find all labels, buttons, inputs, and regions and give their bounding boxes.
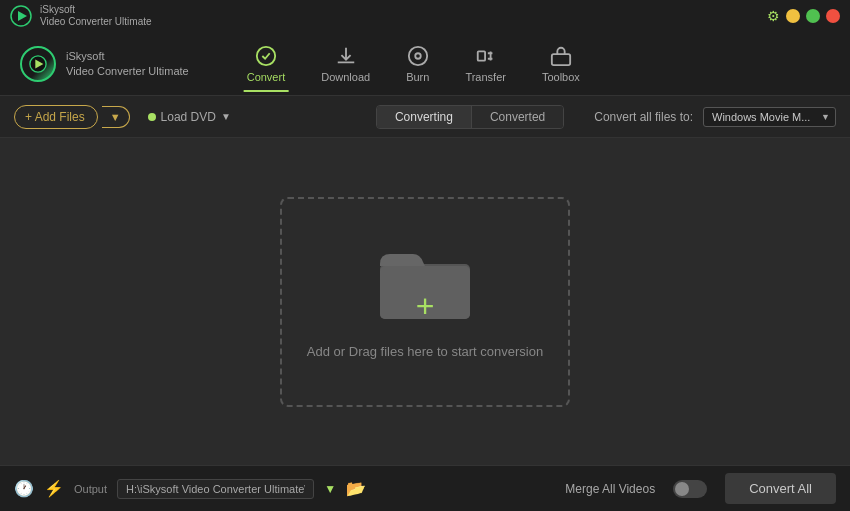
maximize-button[interactable]: □	[806, 9, 820, 23]
nav-burn[interactable]: Burn	[388, 37, 447, 91]
drop-zone[interactable]: + Add or Drag files here to start conver…	[280, 197, 570, 407]
svg-point-4	[257, 46, 275, 64]
app-name: iSkysoft Video Converter Ultimate	[40, 4, 152, 28]
titlebar-controls: ⚙ − □ ✕	[767, 8, 840, 24]
add-files-button[interactable]: + Add Files	[14, 105, 98, 129]
nav-transfer[interactable]: Transfer	[447, 37, 524, 91]
transfer-nav-icon	[475, 45, 497, 67]
burn-nav-icon	[407, 45, 429, 67]
nav-burn-label: Burn	[406, 71, 429, 83]
nav-transfer-label: Transfer	[465, 71, 506, 83]
load-dvd-dot-icon	[148, 113, 156, 121]
folder-icon-wrapper: +	[375, 244, 475, 328]
convert-all-files-label: Convert all files to:	[594, 110, 693, 124]
load-dvd-label: Load DVD	[161, 110, 216, 124]
format-select[interactable]: Windows Movie M... MP4 AVI MKV MOV	[703, 107, 836, 127]
svg-point-5	[409, 46, 427, 64]
bottombar: 🕐 ⚡ Output ▼ 📂 Merge All Videos Convert …	[0, 465, 850, 511]
svg-rect-7	[477, 51, 484, 60]
add-files-dropdown-button[interactable]: ▼	[102, 106, 130, 128]
tab-group: Converting Converted	[376, 105, 564, 129]
flash-icon[interactable]: ⚡	[44, 479, 64, 498]
close-button[interactable]: ✕	[826, 9, 840, 23]
navbar: iSkysoft Video Converter Ultimate Conver…	[0, 32, 850, 96]
folder-open-icon[interactable]: 📂	[346, 479, 366, 498]
titlebar-left: iSkysoft Video Converter Ultimate	[10, 4, 152, 28]
load-dvd-button[interactable]: Load DVD ▼	[140, 106, 239, 128]
output-path-input[interactable]	[117, 479, 314, 499]
convert-nav-icon	[255, 45, 277, 67]
merge-toggle[interactable]	[673, 480, 707, 498]
convert-all-button[interactable]: Convert All	[725, 473, 836, 504]
title-bar: iSkysoft Video Converter Ultimate ⚙ − □ …	[0, 0, 850, 32]
load-dvd-arrow-icon: ▼	[221, 111, 231, 122]
svg-point-6	[415, 53, 421, 59]
settings-icon[interactable]: ⚙	[767, 8, 780, 24]
download-nav-icon	[335, 45, 357, 67]
output-dropdown-arrow-icon[interactable]: ▼	[324, 482, 336, 496]
nav-download-label: Download	[321, 71, 370, 83]
output-label: Output	[74, 483, 107, 495]
plus-icon: +	[416, 290, 435, 322]
nav-toolbox[interactable]: Toolbox	[524, 37, 598, 91]
merge-all-videos-label: Merge All Videos	[565, 482, 655, 496]
nav-download[interactable]: Download	[303, 37, 388, 91]
brand-name: iSkysoft Video Converter Ultimate	[66, 49, 189, 78]
brand-logo-icon	[20, 46, 56, 82]
main-content: + Add or Drag files here to start conver…	[0, 138, 850, 465]
clock-icon[interactable]: 🕐	[14, 479, 34, 498]
tab-converting[interactable]: Converting	[377, 106, 472, 128]
logo-area: iSkysoft Video Converter Ultimate	[20, 46, 189, 82]
app-logo-icon	[10, 5, 32, 27]
toolbar: + Add Files ▼ Load DVD ▼ Converting Conv…	[0, 96, 850, 138]
minimize-button[interactable]: −	[786, 9, 800, 23]
nav-convert-label: Convert	[247, 71, 286, 83]
drop-zone-label: Add or Drag files here to start conversi…	[307, 344, 543, 359]
svg-rect-8	[552, 54, 570, 65]
toolbox-nav-icon	[550, 45, 572, 67]
format-select-wrapper: Windows Movie M... MP4 AVI MKV MOV	[703, 107, 836, 127]
tab-converted[interactable]: Converted	[472, 106, 563, 128]
nav-convert[interactable]: Convert	[229, 37, 304, 91]
nav-toolbox-label: Toolbox	[542, 71, 580, 83]
